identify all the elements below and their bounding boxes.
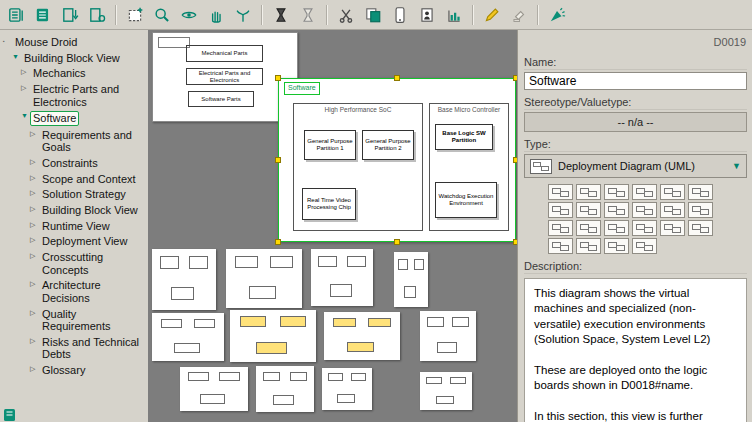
- wait-hourglass-button[interactable]: [295, 2, 321, 28]
- selection-handle[interactable]: [275, 157, 281, 163]
- diagram-type-option-icon[interactable]: [660, 202, 685, 218]
- mobile-paste-button[interactable]: [387, 2, 413, 28]
- diagram-type-option-icon[interactable]: [688, 202, 713, 218]
- diagram-type-option-icon[interactable]: [604, 202, 629, 218]
- tree-item-requirements-and-goals[interactable]: ▷Requirements and Goals: [0, 129, 148, 154]
- paste-figure-button[interactable]: [414, 2, 440, 28]
- tree-item-deployment-view[interactable]: ▷Deployment View: [0, 235, 148, 248]
- expand-arrow-icon[interactable]: ▷: [30, 365, 40, 373]
- model-book-button[interactable]: [3, 2, 29, 28]
- diagram-type-option-icon[interactable]: [548, 202, 573, 218]
- tree-item-crosscutting-concepts[interactable]: ▷Crosscutting Concepts: [0, 251, 148, 276]
- copy-button[interactable]: [360, 2, 386, 28]
- diagram-type-option-icon[interactable]: [548, 184, 573, 200]
- description-text[interactable]: This diagram shows the virtual machines …: [524, 278, 747, 422]
- diagram-thumbnail[interactable]: [152, 313, 224, 361]
- node-general-purpose-partition-1[interactable]: General Purpose Partition 1: [304, 130, 356, 160]
- tree-item-quality-requirements[interactable]: ▷Quality Requirements: [0, 308, 148, 333]
- expand-arrow-icon[interactable]: ▷: [30, 174, 40, 182]
- diagram-thumbnail[interactable]: [180, 367, 248, 411]
- tree-item-building-block-view[interactable]: ▷Building Block View: [0, 204, 148, 217]
- expand-arrow-icon[interactable]: ▷: [30, 158, 40, 166]
- diagram-type-option-icon[interactable]: [632, 184, 657, 200]
- diagram-thumbnail[interactable]: [152, 249, 216, 310]
- diagram-thumbnail[interactable]: [230, 310, 316, 362]
- diagram-type-option-icon[interactable]: [632, 220, 657, 236]
- expand-arrow-icon[interactable]: ▷: [30, 309, 40, 317]
- node-real-time-video-processing-chip[interactable]: Real Time Video Processing Chip: [302, 188, 356, 220]
- expand-arrow-icon[interactable]: ▷: [30, 221, 40, 229]
- import-book-button[interactable]: [57, 2, 83, 28]
- pan-hand-button[interactable]: [203, 2, 229, 28]
- expand-arrow-icon[interactable]: ▷: [30, 280, 40, 288]
- diagram-type-option-icon[interactable]: [576, 202, 601, 218]
- history-hourglass-button[interactable]: [268, 2, 294, 28]
- diagram-type-option-icon[interactable]: [660, 184, 685, 200]
- tree-item-scope-and-context[interactable]: ▷Scope and Context: [0, 173, 148, 186]
- diagram-type-option-icon[interactable]: [604, 184, 629, 200]
- diagram-type-option-icon[interactable]: [604, 220, 629, 236]
- node-watchdog-execution-environment[interactable]: Watchdog Execution Environment: [435, 182, 497, 218]
- library-book-button[interactable]: [84, 2, 110, 28]
- diagram-type-option-icon[interactable]: [660, 220, 685, 236]
- selection-handle[interactable]: [513, 239, 517, 245]
- overview-box-mechanical-parts[interactable]: Mechanical Parts: [186, 45, 263, 62]
- tree-item-glossary[interactable]: ▷Glossary: [0, 364, 148, 377]
- diagram-thumbnail[interactable]: [324, 312, 400, 360]
- expand-arrow-icon[interactable]: ▷: [30, 252, 40, 260]
- diagram-type-option-icon[interactable]: [576, 238, 601, 254]
- diagram-thumbnail[interactable]: [226, 249, 302, 308]
- tree-item-risks-and-technical-debts[interactable]: ▷Risks and Technical Debts: [0, 336, 148, 361]
- diagram-type-option-icon[interactable]: [632, 238, 657, 254]
- edit-pencil-button[interactable]: [479, 2, 505, 28]
- diagram-type-option-icon[interactable]: [604, 238, 629, 254]
- tree-item-runtime-view[interactable]: ▷Runtime View: [0, 220, 148, 233]
- overview-box-electrical-parts[interactable]: Electrical Parts and Electronics: [186, 68, 263, 85]
- selection-handle[interactable]: [275, 239, 281, 245]
- tree-item-constraints[interactable]: ▷Constraints: [0, 157, 148, 170]
- tree-item-building-block-view[interactable]: ▼Building Block View: [0, 52, 148, 65]
- selection-handle[interactable]: [394, 239, 400, 245]
- highlighter-button[interactable]: [506, 2, 532, 28]
- save-book-button[interactable]: [30, 2, 56, 28]
- collapse-arrow-icon[interactable]: ▼: [12, 53, 22, 61]
- expand-arrow-icon[interactable]: ▷: [21, 84, 31, 92]
- diagram-type-option-icon[interactable]: [576, 220, 601, 236]
- diagram-type-option-icon[interactable]: [632, 202, 657, 218]
- selection-handle[interactable]: [513, 157, 517, 163]
- tree-item-architecture-decisions[interactable]: ▷Architecture Decisions: [0, 279, 148, 304]
- expand-arrow-icon[interactable]: ▷: [21, 68, 31, 76]
- view-eye-button[interactable]: [176, 2, 202, 28]
- new-diagram-button[interactable]: [122, 2, 148, 28]
- announce-horn-button[interactable]: [544, 2, 570, 28]
- diagram-type-option-icon[interactable]: [576, 184, 601, 200]
- stereotype-dropdown[interactable]: -- n/a --: [524, 112, 747, 132]
- chart-button[interactable]: [441, 2, 467, 28]
- tree-item-electric-parts-and-electronics[interactable]: ▷Electric Parts and Electronics: [0, 83, 148, 108]
- expand-arrow-icon[interactable]: ▷: [30, 189, 40, 197]
- diagram-thumbnail[interactable]: [322, 368, 372, 410]
- diagram-type-option-icon[interactable]: [548, 238, 573, 254]
- diagram-type-option-icon[interactable]: [688, 220, 713, 236]
- overview-box-software-parts[interactable]: Software Parts: [188, 91, 254, 107]
- high-performance-soc-container[interactable]: High Performance SoC General Purpose Par…: [293, 103, 423, 231]
- selected-software-diagram[interactable]: Software High Performance SoC General Pu…: [278, 78, 516, 242]
- expand-arrow-icon[interactable]: ▷: [30, 337, 40, 345]
- diagram-thumbnail[interactable]: [256, 366, 314, 412]
- selection-handle[interactable]: [275, 75, 281, 81]
- name-input[interactable]: [524, 72, 747, 90]
- selection-handle[interactable]: [513, 75, 517, 81]
- tree-item-mouse-droid[interactable]: ▪Mouse Droid: [0, 36, 148, 49]
- expand-arrow-icon[interactable]: ▷: [30, 205, 40, 213]
- diagram-thumbnail[interactable]: [311, 249, 373, 306]
- expand-arrow-icon[interactable]: ▷: [30, 130, 40, 138]
- base-micro-controller-container[interactable]: Base Micro Controller Base Logic SW Part…: [429, 103, 509, 231]
- type-dropdown[interactable]: Deployment Diagram (UML) ▼: [524, 154, 747, 178]
- plant-grow-button[interactable]: [230, 2, 256, 28]
- diagram-type-option-icon[interactable]: [548, 220, 573, 236]
- tree-item-solution-strategy[interactable]: ▷Solution Strategy: [0, 188, 148, 201]
- diagram-thumbnail[interactable]: [420, 372, 472, 410]
- tree-item-mechanics[interactable]: ▷Mechanics: [0, 67, 148, 80]
- expand-arrow-icon[interactable]: ▷: [30, 236, 40, 244]
- diagram-thumbnail[interactable]: [394, 252, 428, 307]
